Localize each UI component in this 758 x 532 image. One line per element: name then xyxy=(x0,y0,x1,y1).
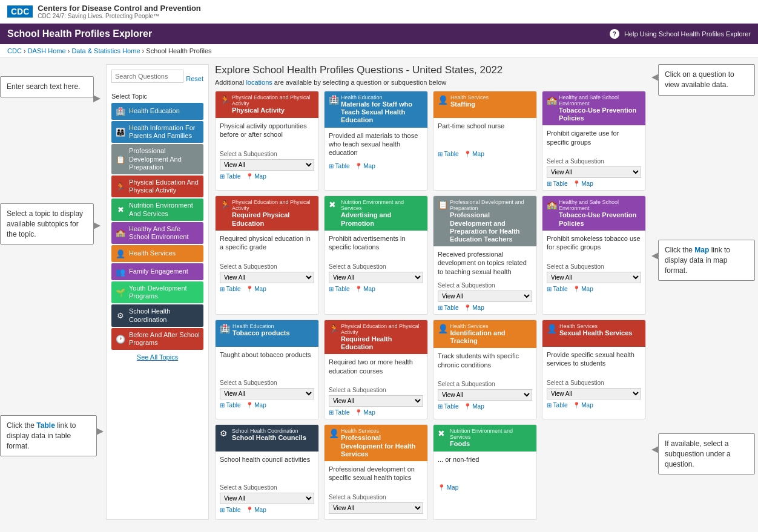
card-health-tobacco-subq-select[interactable]: View All xyxy=(220,388,314,399)
card-health-ed-required-subq-select[interactable]: View All xyxy=(329,395,423,407)
locations-link[interactable]: locations xyxy=(246,79,272,86)
tobacco-prev2-icon: 🏫 xyxy=(547,200,556,209)
sexual-health-svc-icon: 👤 xyxy=(547,324,557,333)
topic-before-after[interactable]: 🕐 Before And After School Programs xyxy=(111,328,203,350)
card-prof-dev-pe-map-link[interactable]: 📍 Map xyxy=(464,304,484,311)
card-health-staffing[interactable]: 👤 Health Services Staffing Part-time sch… xyxy=(433,91,537,191)
card-pe-activity[interactable]: 🏃 Physical Education and Physical Activi… xyxy=(215,91,319,191)
card-health-tobacco-question: Taught about tobacco products xyxy=(216,347,318,377)
cdc-logo-text: Centers for Disease Control and Preventi… xyxy=(38,4,200,19)
topic-health-ed[interactable]: 🏥 Health Education xyxy=(111,103,203,120)
reset-button[interactable]: Reset xyxy=(186,70,203,88)
card-sexual-health-svc-map-link[interactable]: 📍 Map xyxy=(573,402,593,409)
topic-healthy-env-label: Healthy And Safe School Environment xyxy=(129,225,200,241)
topic-health-info[interactable]: 👨‍👩‍👧 Health Information For Parents And… xyxy=(111,121,203,143)
topic-school-coord[interactable]: ⚙ School Health Coordination xyxy=(111,304,203,326)
callout-subquestion: If available, select a subquestion under… xyxy=(658,433,755,475)
callout-topic: Select a topic to display available subt… xyxy=(0,203,94,245)
card-health-staffing-map-link[interactable]: 📍 Map xyxy=(464,151,484,157)
breadcrumb: CDC › DASH Home › Data & Statistics Home… xyxy=(0,44,758,58)
card-tobacco-prev1-footer: Select a Subquestion View All ⊞ Table 📍 … xyxy=(542,156,645,190)
breadcrumb-data[interactable]: Data & Statistics Home xyxy=(71,47,140,54)
card-prof-dev-health-svc-footer: Select a Subquestion View All xyxy=(325,491,427,519)
card-prof-dev-pe-subq-select[interactable]: View All xyxy=(438,291,532,302)
card-school-councils-footer: Select a Subquestion View All ⊞ Table 📍 … xyxy=(216,482,318,516)
topic-nutrition[interactable]: ✖ Nutrition Environment And Services xyxy=(111,199,203,220)
card-health-ed-required[interactable]: 🏃 Physical Education and Physical Activi… xyxy=(324,320,428,419)
card-tobacco-prev1[interactable]: 🏫 Healthy and Safe School Environment To… xyxy=(542,91,646,191)
card-health-ed-required-table-link[interactable]: ⊞ Table xyxy=(329,409,350,416)
card-pe-required-table-link[interactable]: ⊞ Table xyxy=(220,286,241,292)
card-id-tracking-table-link[interactable]: ⊞ Table xyxy=(438,403,459,410)
card-health-ed-required-map-link[interactable]: 📍 Map xyxy=(355,409,375,416)
topic-family[interactable]: 👥 Family Engagement xyxy=(111,263,203,280)
card-advertising-map-link[interactable]: 📍 Map xyxy=(355,286,375,292)
card-tobacco-prev1-table-link[interactable]: ⊞ Table xyxy=(547,180,568,187)
topic-physical-ed[interactable]: 🏃 Physical Education And Physical Activi… xyxy=(111,176,203,197)
topic-health-info-label: Health Information For Parents And Famil… xyxy=(129,124,200,140)
card-pe-required-map-link[interactable]: 📍 Map xyxy=(246,286,266,292)
card-prof-dev-pe-table-link[interactable]: ⊞ Table xyxy=(438,304,459,311)
card-school-councils[interactable]: ⚙ School Health Coordination School Heal… xyxy=(215,424,319,520)
card-pe-activity-subq-select[interactable]: View All xyxy=(220,159,314,171)
cdc-subtitle: CDC 24/7: Saving Lives. Protecting Peopl… xyxy=(38,13,200,19)
card-nutrition-foods-footer: 📍 Map xyxy=(433,482,536,494)
topic-youth-label: Youth Development Programs xyxy=(129,284,200,300)
topic-health-ed-label: Health Education xyxy=(129,107,180,115)
card-pe-activity-map-link[interactable]: 📍 Map xyxy=(246,173,266,180)
card-tobacco-prev2-table-link[interactable]: ⊞ Table xyxy=(547,286,568,292)
card-tobacco-prev2-map-link[interactable]: 📍 Map xyxy=(573,286,593,292)
topic-health-svc-label: Health Services xyxy=(129,249,176,257)
card-id-tracking-subq-select[interactable]: View All xyxy=(438,389,532,401)
topic-health-svc[interactable]: 👤 Health Services xyxy=(111,245,203,262)
card-tobacco-prev1-map-link[interactable]: 📍 Map xyxy=(573,180,593,187)
card-health-tobacco[interactable]: 🏥 Health Education Tobacco products Taug… xyxy=(215,320,319,419)
breadcrumb-dash[interactable]: DASH Home xyxy=(28,47,66,54)
cdc-logo: CDC xyxy=(7,5,38,18)
card-nutrition-foods-map-link[interactable]: 📍 Map xyxy=(438,484,458,491)
card-health-materials[interactable]: 🏥 Health Education Materials for Staff w… xyxy=(324,91,428,191)
topic-healthy-env[interactable]: 🏫 Healthy And Safe School Environment xyxy=(111,222,203,244)
card-pe-activity-table-link[interactable]: ⊞ Table xyxy=(220,173,241,180)
card-pe-activity-footer: Select a Subquestion View All ⊞ Table 📍 … xyxy=(216,148,318,183)
card-prof-dev-pe-footer: Select a Subquestion View All ⊞ Table 📍 … xyxy=(433,280,536,314)
topic-family-label: Family Engagement xyxy=(129,268,188,275)
card-advertising-table-link[interactable]: ⊞ Table xyxy=(329,286,350,292)
card-health-tobacco-table-link[interactable]: ⊞ Table xyxy=(220,402,241,409)
card-nutrition-foods[interactable]: ✖ Nutrition Environment and Services Foo… xyxy=(433,424,537,520)
pe-activity-icon: 🏃 xyxy=(220,95,229,105)
card-school-councils-subq-select[interactable]: View All xyxy=(220,493,314,504)
search-input[interactable] xyxy=(111,70,183,83)
sidebar: Reset Select Topic 🏥 Health Education 👨‍… xyxy=(106,64,209,520)
topic-prof-dev[interactable]: 📋 Professional Development And Preparati… xyxy=(111,144,203,174)
card-tobacco-prev1-subq-select[interactable]: View All xyxy=(547,166,641,178)
card-prof-dev-pe[interactable]: 📋 Professional Development and Preparati… xyxy=(433,195,537,315)
card-id-tracking[interactable]: 👤 Health Services Identification and Tra… xyxy=(433,320,537,419)
card-health-materials-map-link[interactable]: 📍 Map xyxy=(355,163,375,169)
select-topic-label: Select Topic xyxy=(111,93,203,100)
nutrition-foods-icon: ✖ xyxy=(438,429,447,438)
card-id-tracking-map-link[interactable]: 📍 Map xyxy=(464,403,484,410)
card-health-tobacco-map-link[interactable]: 📍 Map xyxy=(246,402,266,409)
card-sexual-health-svc-subq-select[interactable]: View All xyxy=(547,388,641,399)
topic-youth[interactable]: 🌱 Youth Development Programs xyxy=(111,281,203,303)
see-all-topics[interactable]: See All Topics xyxy=(111,353,203,361)
card-sexual-health-svc[interactable]: 👤 Health Services Sexual Health Services… xyxy=(542,320,646,419)
card-school-councils-map-link[interactable]: 📍 Map xyxy=(246,507,266,513)
card-prof-dev-health-svc-subq-select[interactable]: View All xyxy=(329,502,423,514)
breadcrumb-cdc[interactable]: CDC xyxy=(7,47,22,54)
card-tobacco-prev2-subq-select[interactable]: View All xyxy=(547,272,641,283)
card-advertising-subq-select[interactable]: View All xyxy=(329,272,423,283)
card-prof-dev-health-svc[interactable]: 👤 Health Services Professional Developme… xyxy=(324,424,428,520)
card-health-materials-table-link[interactable]: ⊞ Table xyxy=(329,163,350,169)
card-school-councils-table-link[interactable]: ⊞ Table xyxy=(220,507,241,513)
card-pe-required-subq-select[interactable]: View All xyxy=(220,272,314,283)
card-sexual-health-svc-table-link[interactable]: ⊞ Table xyxy=(547,402,568,409)
main-content: Click on a question to view available da… xyxy=(215,64,752,520)
card-advertising[interactable]: ✖ Nutrition Environment and Services Adv… xyxy=(324,195,428,315)
card-pe-required[interactable]: 🏃 Physical Education and Physical Activi… xyxy=(215,195,319,315)
topic-before-after-label: Before And After School Programs xyxy=(129,331,200,347)
card-tobacco-prev2[interactable]: 🏫 Healthy and Safe School Environment To… xyxy=(542,195,646,315)
help-link[interactable]: ? Help Using School Health Profiles Expl… xyxy=(610,29,751,39)
card-health-staffing-table-link[interactable]: ⊞ Table xyxy=(438,151,459,157)
